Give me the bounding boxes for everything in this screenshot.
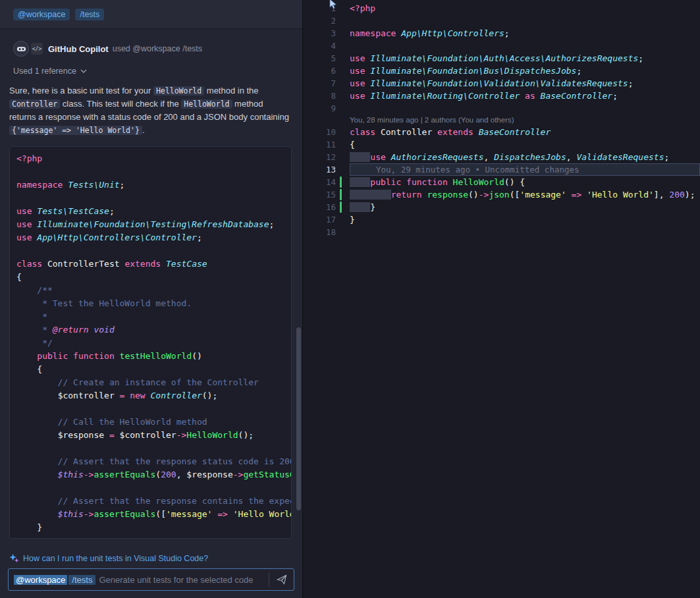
line-number: 14	[303, 176, 336, 188]
editor-line[interactable]: 11{	[303, 138, 700, 151]
chat-code-line: use App\Http\Controllers\Controller;	[16, 231, 291, 244]
chat-code-line: // Assert that the response contains the…	[16, 495, 291, 508]
code-token	[386, 152, 391, 162]
code-token: void	[94, 325, 114, 335]
chat-code-line: /**	[16, 284, 291, 297]
chat-code-line	[16, 402, 291, 416]
code-token: Illuminate\Foundation\Testing\RefreshDat…	[37, 219, 269, 229]
editor-line[interactable]: 1<?php	[303, 2, 700, 14]
gutter-spacer	[340, 3, 342, 14]
gutter-spacer	[340, 65, 342, 76]
code-token: 'message'	[520, 190, 566, 200]
code-token: return	[391, 190, 422, 200]
editor-line[interactable]: 13You, 29 minutes ago • Uncommitted chan…	[303, 163, 700, 176]
followup-suggestion[interactable]: How can I run the unit tests in Visual S…	[0, 549, 302, 568]
code-token	[115, 351, 120, 361]
selection-highlight	[350, 190, 391, 200]
code-token: new	[130, 391, 145, 400]
code-token: assertEquals	[94, 470, 155, 479]
code-token: =>	[572, 190, 582, 200]
code-token: ;	[664, 152, 669, 162]
code-token: @return	[53, 325, 89, 335]
codelens-text: You, 28 minutes ago | 2 authors (You and…	[350, 115, 700, 126]
code-content: public function HelloWorld() {	[350, 176, 700, 188]
code-token: as	[520, 91, 540, 101]
code-token: ,	[484, 152, 495, 162]
editor-line[interactable]: 14 public function HelloWorld() {	[303, 176, 700, 188]
editor-line[interactable]: 17}	[303, 213, 700, 226]
chat-scrollbar[interactable]	[296, 327, 301, 510]
code-token: // Assert that the response contains the…	[16, 496, 292, 506]
editor-line[interactable]: 4	[303, 40, 700, 52]
chevron-down-icon	[80, 69, 87, 73]
code-token: Illuminate\Routing\Controller	[370, 91, 520, 101]
gutter-spacer	[340, 164, 342, 175]
chat-code-line: * @return void	[16, 323, 291, 337]
code-token: json	[489, 190, 509, 200]
chat-input[interactable]: @workspace/testsGenerate unit tests for …	[8, 568, 294, 591]
editor-line[interactable]: 12 use AuthorizesRequests, DispatchesJob…	[303, 151, 700, 163]
message-text: method in the	[204, 86, 258, 95]
code-token: $response	[58, 430, 104, 440]
code-token: Illuminate\Foundation\Auth\Access\Author…	[370, 53, 638, 63]
code-editor[interactable]: 1<?php23namespace App\Http\Controllers;4…	[303, 0, 700, 598]
code-token: $controller	[120, 430, 176, 440]
editor-line[interactable]: 18	[303, 226, 700, 238]
editor-line[interactable]: 6use Illuminate\Foundation\Bus\Dispatche…	[303, 65, 700, 77]
response-message: Sure, here is a basic unit test for your…	[0, 76, 302, 137]
chat-code-line	[16, 192, 291, 205]
editor-line[interactable]: 10class Controller extends BaseControlle…	[303, 126, 700, 138]
line-number: 15	[303, 188, 336, 201]
copilot-title: GitHub Copilot	[48, 44, 109, 54]
line-number: 7	[303, 77, 336, 90]
chat-input-text[interactable]: @workspace/testsGenerate unit tests for …	[14, 575, 266, 585]
tests-chip[interactable]: /tests	[75, 9, 104, 20]
send-icon	[277, 574, 287, 585]
line-number: 4	[303, 40, 336, 52]
references-toggle[interactable]: Used 1 reference	[0, 57, 302, 76]
selection-highlight	[350, 152, 370, 162]
chat-code-line: public function testHelloWorld()	[16, 350, 291, 363]
code-token	[16, 391, 58, 400]
chat-code-line	[16, 442, 291, 455]
code-content: {	[350, 138, 700, 151]
line-number: 17	[303, 213, 336, 226]
line-number: 18	[303, 226, 336, 238]
editor-line[interactable]: 9	[303, 102, 700, 115]
gutter-spacer	[340, 227, 342, 238]
workspace-chip[interactable]: @workspace	[13, 9, 70, 20]
editor-line[interactable]: 5use Illuminate\Foundation\Auth\Access\A…	[303, 52, 700, 65]
input-part-placeholder: Generate unit tests for the selected cod…	[99, 575, 253, 585]
code-token: ;	[120, 180, 125, 190]
inline-code: Controller	[9, 99, 60, 109]
line-number: 16	[303, 201, 336, 213]
code-token: ;	[269, 219, 275, 229]
code-token: ->	[176, 430, 187, 440]
editor-line[interactable]: 15 return response()->json(['message' =>…	[303, 188, 700, 201]
input-part-workspace[interactable]: @workspace	[14, 575, 67, 585]
code-token: public	[370, 177, 401, 187]
gutter-spacer	[340, 15, 342, 26]
code-token: {	[350, 140, 355, 150]
codelens-row[interactable]: You, 28 minutes ago | 2 authors (You and…	[303, 115, 700, 126]
gutter-spacer	[340, 90, 342, 101]
code-token: AuthorizesRequests	[391, 152, 484, 162]
editor-line[interactable]: 16 }	[303, 201, 700, 213]
send-button[interactable]	[273, 571, 290, 588]
editor-line[interactable]: 2	[303, 14, 700, 27]
suggestion-link[interactable]: How can I run the unit tests in Visual S…	[23, 554, 208, 563]
code-token: HelloWorld	[186, 430, 238, 440]
code-token: App\Http\Controllers\Controller	[37, 232, 197, 242]
code-token: 'Hello World'	[587, 190, 654, 200]
gutter-spacer	[340, 40, 342, 51]
input-part-tests[interactable]: /tests	[68, 575, 95, 585]
code-token	[581, 190, 587, 200]
editor-line[interactable]: 8use Illuminate\Routing\Controller as Ba…	[303, 90, 700, 102]
editor-line[interactable]: 7use Illuminate\Foundation\Validation\Va…	[303, 77, 700, 90]
code-token: */	[16, 338, 53, 348]
gutter-spacer	[340, 115, 342, 125]
copilot-avatar-icon	[13, 41, 29, 57]
code-token: BaseController	[473, 127, 551, 137]
editor-line[interactable]: 3namespace App\Http\Controllers;	[303, 27, 700, 40]
copilot-chat-panel: @workspace /tests </> GitHub Copilot use…	[0, 0, 303, 598]
